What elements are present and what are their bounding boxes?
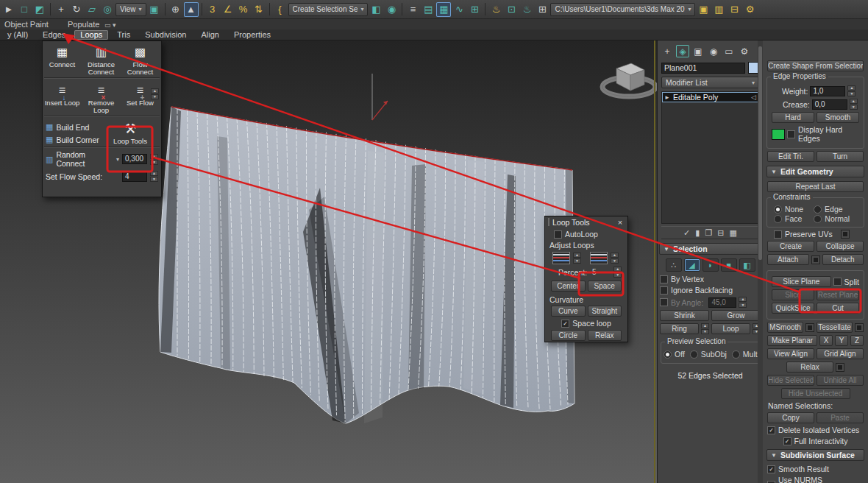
make-unique-icon[interactable]: ❒ bbox=[705, 228, 712, 238]
by-angle-value[interactable]: 45,0 bbox=[708, 297, 736, 308]
attach-settings-icon[interactable] bbox=[811, 255, 820, 264]
constraint-face-radio[interactable]: Face bbox=[774, 214, 802, 223]
render-production-icon[interactable]: ♨ bbox=[519, 2, 534, 17]
preview-multi-radio[interactable]: Multi bbox=[732, 350, 759, 359]
edit-tri-button[interactable]: Edit Tri. bbox=[767, 151, 814, 162]
ribbon-options-icon[interactable] bbox=[104, 21, 116, 29]
constraint-normal-radio[interactable]: Normal bbox=[814, 214, 850, 223]
reset-plane-button[interactable]: Reset Plane bbox=[817, 289, 859, 300]
constraint-edge-radio[interactable]: Edge bbox=[814, 205, 843, 214]
expand-icon[interactable]: ► bbox=[664, 94, 670, 101]
menu-item-loop-tools[interactable]: ⚒ Loop Tools bbox=[107, 118, 153, 146]
copy-button[interactable]: Copy bbox=[767, 412, 814, 423]
relax-button[interactable]: Relax bbox=[588, 330, 622, 341]
ribbon-panel-subdivision[interactable]: Subdivision bbox=[139, 30, 192, 40]
by-angle-spinner[interactable]: ▲▼ bbox=[739, 297, 747, 308]
use-pivot-center-icon[interactable]: ▣ bbox=[147, 2, 162, 17]
ribbon-panel-edges[interactable]: Edges bbox=[37, 30, 71, 40]
cut-button[interactable]: Cut bbox=[817, 303, 859, 314]
msmooth-settings-icon[interactable] bbox=[805, 323, 814, 332]
ribbon-toggle-icon[interactable]: ▦ bbox=[436, 2, 451, 17]
modifier-stack[interactable]: ► Editable Poly ◁ bbox=[661, 91, 759, 224]
polygon-mode-icon[interactable]: ■ bbox=[721, 258, 737, 272]
project-folder-dropdown[interactable]: C:\Users\User1\Documents\3ds Max 2020▾ bbox=[550, 3, 695, 16]
display-tab-icon[interactable]: ▭ bbox=[722, 45, 736, 57]
rendered-frame-icon[interactable]: ⊡ bbox=[504, 2, 519, 17]
create-button[interactable]: Create bbox=[767, 241, 814, 252]
random-connect-spinner[interactable]: ▲▼ bbox=[150, 154, 158, 165]
percent-snap-icon[interactable]: % bbox=[236, 2, 251, 17]
space-loop-checkbox[interactable]: Space loop bbox=[561, 319, 611, 328]
remove-modifier-icon[interactable]: ⊟ bbox=[717, 228, 724, 238]
relax-button-panel[interactable]: Relax bbox=[786, 362, 833, 373]
align-icon[interactable]: ◉ bbox=[384, 2, 399, 17]
ribbon-panel-y-all-[interactable]: y (All) bbox=[1, 30, 34, 40]
circle-button[interactable]: Circle bbox=[551, 330, 586, 341]
curve-editor-icon[interactable]: ∿ bbox=[452, 2, 466, 17]
quickslice-button[interactable]: QuickSlice bbox=[772, 303, 814, 314]
tessellate-button[interactable]: Tessellate bbox=[817, 322, 853, 333]
weight-value[interactable]: 1,0 bbox=[810, 86, 845, 96]
adjust-loop-b-spinner[interactable]: ▲▼ bbox=[611, 253, 619, 264]
menu-item-set-flow-speed[interactable]: Set Flow Speed: 4 ▲▼ bbox=[43, 169, 161, 183]
menu-item-distance-connect[interactable]: ▥ Distance Connect bbox=[82, 41, 121, 77]
ribbon-tab-populate[interactable]: Populate bbox=[68, 20, 99, 29]
select-and-manipulate-icon[interactable]: ⊕ bbox=[168, 2, 183, 17]
stack-item-editable-poly[interactable]: ► Editable Poly ◁ bbox=[662, 92, 758, 102]
weight-spinner[interactable]: ▲▼ bbox=[847, 85, 855, 96]
select-and-rotate-icon[interactable]: ↻ bbox=[69, 2, 84, 17]
smooth-result-checkbox[interactable]: Smooth Result bbox=[767, 465, 829, 473]
by-angle-checkbox[interactable]: By Angle: bbox=[660, 298, 703, 307]
edit-named-selections-icon[interactable]: { bbox=[273, 2, 288, 17]
layer-explorer-icon[interactable]: ▤ bbox=[421, 2, 435, 17]
set-flow-speed-value[interactable]: 4 bbox=[122, 172, 147, 182]
reference-coordinate-dropdown[interactable]: View▾ bbox=[115, 3, 146, 16]
grow-button[interactable]: Grow bbox=[711, 310, 761, 321]
turn-button[interactable]: Turn bbox=[817, 151, 864, 162]
modifier-list-dropdown[interactable]: Modifier List ▾ bbox=[661, 77, 759, 88]
repeat-last-button[interactable]: Repeat Last bbox=[767, 181, 864, 192]
keyboard-override-icon[interactable]: ▲ bbox=[184, 2, 199, 17]
crease-spinner[interactable]: ▲▼ bbox=[850, 99, 858, 110]
full-interactivity-checkbox[interactable]: Full Interactivity bbox=[783, 437, 848, 445]
render-setup-icon[interactable]: ♨ bbox=[488, 2, 503, 17]
modify-tab-icon[interactable]: ◈ bbox=[676, 45, 689, 57]
menu-item-insert-loop[interactable]: ≡↓ Insert Loop bbox=[43, 80, 82, 115]
make-planar-x-button[interactable]: X bbox=[819, 335, 833, 346]
select-object-icon[interactable]: ► bbox=[1, 2, 16, 17]
configure-sets-icon[interactable]: ▦ bbox=[729, 228, 736, 238]
tessellate-settings-icon[interactable] bbox=[855, 323, 864, 332]
create-tab-icon[interactable]: + bbox=[661, 45, 674, 57]
adjust-loop-a-icon[interactable] bbox=[552, 252, 570, 264]
split-checkbox[interactable]: Split bbox=[833, 278, 859, 286]
rectangular-selection-region-icon[interactable]: □ bbox=[17, 2, 32, 17]
close-icon[interactable]: × bbox=[616, 218, 625, 227]
delete-isolated-vertices-checkbox[interactable]: Delete Isolated Vertices bbox=[767, 426, 859, 434]
spinner-snap-icon[interactable]: ⇅ bbox=[252, 2, 266, 17]
object-name-field[interactable] bbox=[661, 63, 745, 74]
unhide-all-button[interactable]: Unhide All bbox=[817, 375, 864, 386]
center-button[interactable]: Center bbox=[551, 281, 586, 292]
menu-item-flow-connect[interactable]: ▩ Flow Connect bbox=[121, 41, 160, 77]
selection-rollout-header[interactable]: ▼Selection bbox=[659, 243, 761, 255]
select-and-place-icon[interactable]: ◎ bbox=[100, 2, 115, 17]
make-planar-button[interactable]: Make Planar bbox=[767, 335, 817, 346]
mirror-icon[interactable]: ◧ bbox=[369, 2, 383, 17]
straight-button[interactable]: Straight bbox=[588, 306, 622, 317]
space-button[interactable]: Space bbox=[588, 281, 622, 292]
relax-settings-icon[interactable] bbox=[836, 363, 844, 372]
grid-align-button[interactable]: Grid Align bbox=[817, 348, 864, 359]
percent-value[interactable]: 5 bbox=[589, 267, 611, 278]
preview-off-radio[interactable]: Off bbox=[664, 350, 685, 359]
hide-unselected-button[interactable]: Hide Unselected bbox=[781, 388, 850, 399]
constraint-none-radio[interactable]: None bbox=[774, 205, 803, 214]
ribbon-panel-properties[interactable]: Properties bbox=[228, 30, 277, 40]
panel-scrollbar[interactable] bbox=[758, 40, 763, 483]
adjust-loop-a-spinner[interactable]: ▲▼ bbox=[573, 253, 581, 264]
attach-button[interactable]: Attach bbox=[767, 254, 809, 265]
menu-item-random-connect[interactable]: ▥ Random Connect ▾ 0,300 ▲▼ bbox=[43, 149, 161, 169]
schematic-view-icon[interactable]: ⊞ bbox=[467, 2, 482, 17]
ribbon-panel-align[interactable]: Align bbox=[195, 30, 224, 40]
slice-button[interactable]: Slice bbox=[772, 289, 814, 300]
angle-snap-icon[interactable]: ∠ bbox=[221, 2, 235, 17]
